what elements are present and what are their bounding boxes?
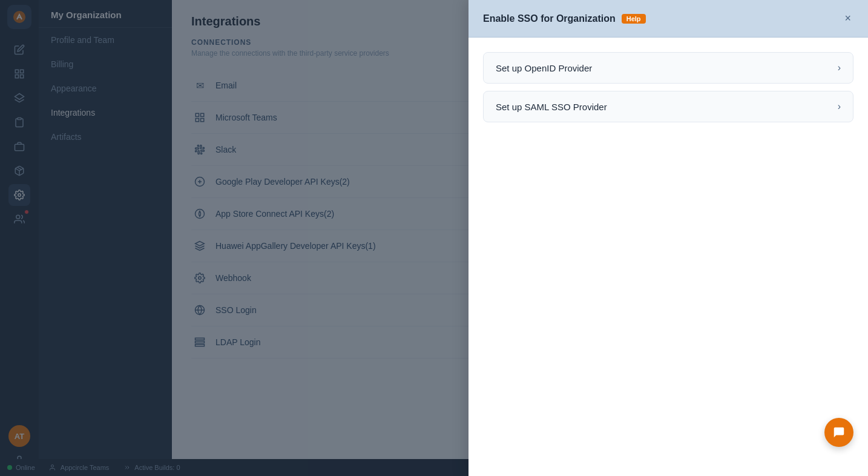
modal-title: Enable SSO for Organization [483, 13, 616, 24]
modal-header: Enable SSO for Organization Help × [469, 0, 868, 38]
help-badge[interactable]: Help [622, 14, 646, 24]
saml-option[interactable]: Set up SAML SSO Provider › [483, 91, 853, 122]
modal-close-button[interactable]: × [842, 10, 853, 27]
openid-chevron-icon: › [838, 62, 841, 73]
openid-option[interactable]: Set up OpenID Provider › [483, 52, 853, 84]
openid-option-label: Set up OpenID Provider [496, 63, 592, 73]
sso-modal: Enable SSO for Organization Help × Set u… [469, 0, 868, 476]
saml-option-label: Set up SAML SSO Provider [496, 102, 607, 112]
saml-chevron-icon: › [838, 101, 841, 112]
modal-body: Set up OpenID Provider › Set up SAML SSO… [469, 38, 868, 476]
chat-button[interactable] [824, 418, 853, 447]
modal-title-group: Enable SSO for Organization Help [483, 13, 646, 24]
chat-icon [832, 426, 846, 439]
